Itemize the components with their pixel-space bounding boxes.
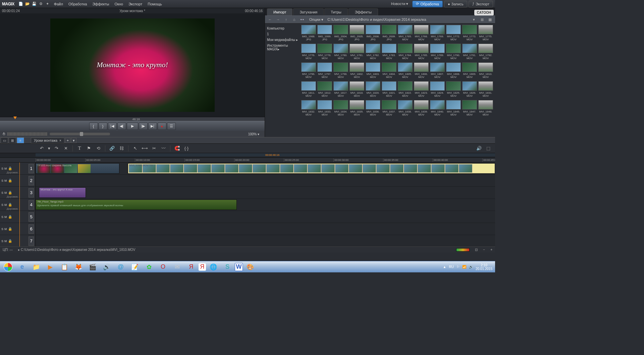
tab-effects[interactable]: Эффекты xyxy=(348,8,378,15)
tab-import[interactable]: Импорт xyxy=(267,8,292,15)
menu-window[interactable]: Окно xyxy=(112,2,126,6)
taskbar-yandex2-icon[interactable]: Я xyxy=(199,263,206,271)
preview-playhead-icon[interactable] xyxy=(13,117,17,119)
media-thumbnail[interactable]: MVI_1811. MOV xyxy=(301,81,316,97)
lock-icon[interactable]: 🔒 xyxy=(8,167,12,170)
media-thumbnail[interactable]: MVI_1802. MOV xyxy=(350,62,364,79)
media-thumbnail[interactable]: MVI_1821. MOV xyxy=(382,81,396,97)
mode-export-button[interactable]: ⤴ Экспорт xyxy=(469,1,493,7)
track-7-header[interactable]: SM🔒 7 xyxy=(0,235,36,247)
undo-dropdown-icon[interactable]: ▾ xyxy=(47,145,51,152)
media-thumbnail[interactable]: MVI_1823. MOV xyxy=(414,81,429,97)
track-mute-button[interactable]: M xyxy=(4,167,7,170)
track-mute-button[interactable]: M xyxy=(4,179,7,182)
media-thumbnail[interactable]: MVI_1833. MOV xyxy=(317,100,332,116)
nav-binoculars-icon[interactable]: 👓 xyxy=(299,16,305,23)
taskbar-mail-icon[interactable]: @ xyxy=(114,262,127,272)
tree-mymedia[interactable]: Мои медиафайлы ▸ xyxy=(266,37,299,43)
media-thumbnail[interactable]: MVI_1834. MOV xyxy=(333,100,348,116)
prev-frame-button[interactable]: ◀| xyxy=(117,123,126,130)
media-thumbnail[interactable]: MVI_1783. MOV xyxy=(382,44,396,60)
range-end-button[interactable]: } xyxy=(99,123,107,130)
tab-transitions[interactable]: Затухания xyxy=(293,8,324,15)
media-thumbnail[interactable]: MVI_1789. MOV xyxy=(430,44,445,60)
media-thumbnail[interactable]: MVI_1824. MOV xyxy=(430,81,445,97)
media-thumbnail[interactable]: MVI_1780. MOV xyxy=(333,44,348,60)
media-thumbnail[interactable]: MVI_1772. MOV xyxy=(446,25,461,41)
tree-user[interactable]: 1 xyxy=(266,31,299,37)
tab-dropdown-button[interactable]: ▾ xyxy=(71,138,76,143)
track-5-header[interactable]: SM🔒 5 xyxy=(0,211,36,223)
view-storyboard-button[interactable]: ▭ xyxy=(1,137,8,143)
track-mute-button[interactable]: M xyxy=(4,215,7,219)
media-thumbnail[interactable]: MVI_1773. MOV xyxy=(462,25,477,41)
unlink-button[interactable]: ⛓ xyxy=(117,145,125,152)
media-thumbnail[interactable]: MVI_1790. MOV xyxy=(446,44,461,60)
add-tab-button[interactable]: + xyxy=(65,138,70,143)
mode-record-button[interactable]: ● Запись xyxy=(444,1,467,7)
catooh-button[interactable]: CATOOH xyxy=(474,10,494,15)
mixer-button[interactable]: ⬚ xyxy=(484,145,492,152)
tray-volume-icon[interactable]: 🔊 xyxy=(469,265,473,269)
track-1-header[interactable]: S M 🔒 Дорожка: 1 xyxy=(0,163,36,174)
media-thumbnail[interactable]: MVI_1792. MOV xyxy=(478,44,493,60)
track-solo-button[interactable]: S xyxy=(1,215,3,219)
media-thumbnail[interactable]: MVI_1820. MOV xyxy=(366,81,380,97)
options-dropdown[interactable]: Опции ▾ xyxy=(307,17,325,22)
track-solo-button[interactable]: S xyxy=(1,203,3,207)
lock-icon[interactable]: 🔒 xyxy=(8,215,12,219)
media-thumbnail[interactable]: IMG_2004. JPG xyxy=(333,25,348,41)
preview-viewport[interactable]: Монтаж - это круто! xyxy=(0,13,265,117)
view-timeline-button[interactable]: ≡ xyxy=(17,137,24,143)
undo-button[interactable]: ↶ xyxy=(38,145,46,152)
view-scene-button[interactable]: ⊞ xyxy=(9,137,16,143)
taskbar-wmp-icon[interactable]: ▶ xyxy=(44,262,57,272)
media-thumbnail[interactable]: MVI_1768. MOV xyxy=(414,25,429,41)
taskbar-notes-icon[interactable]: 📝 xyxy=(128,262,142,272)
media-thumbnail[interactable]: MVI_1765. MOV xyxy=(398,25,413,41)
media-thumbnail[interactable]: MVI_1836. MOV xyxy=(366,100,380,116)
taskbar-opera-icon[interactable]: O xyxy=(156,262,170,272)
goto-end-button[interactable]: ▶| xyxy=(148,123,157,130)
media-thumbnail[interactable]: IMG_2005. JPG xyxy=(350,25,364,41)
media-thumbnail[interactable]: MVI_1832. MOV xyxy=(301,100,316,116)
clip-audio[interactable]: 7th_Floor_Tango.mp3 Щелкните правой клав… xyxy=(36,199,237,210)
menu-edit[interactable]: Обработка xyxy=(66,2,90,6)
document-tab[interactable]: Уроки монтажа × xyxy=(31,138,64,143)
taskbar-firefox-icon[interactable]: 🦊 xyxy=(72,262,85,272)
media-thumbnail[interactable]: MVI_1825. MOV xyxy=(446,81,461,97)
media-thumbnail[interactable]: MVI_1810. MOV xyxy=(478,62,493,79)
media-thumbnail[interactable]: MVI_1840. MOV xyxy=(430,100,445,116)
track-2-header[interactable]: S M 🔒 2 xyxy=(0,175,36,186)
track-mute-button[interactable]: M xyxy=(4,239,7,243)
preview-ruler[interactable]: 46:16 xyxy=(0,117,265,121)
title-tool-button[interactable]: T xyxy=(75,145,84,152)
stretch-tool-button[interactable]: ⟷ xyxy=(141,145,149,152)
play-button[interactable]: ▶ xyxy=(127,123,138,130)
curve-tool-button[interactable]: 〰 xyxy=(159,145,167,152)
media-thumbnail[interactable]: MVI_1803. MOV xyxy=(366,62,380,79)
save-icon[interactable]: 💾 xyxy=(31,1,37,7)
view-grid-icon[interactable]: ▦ xyxy=(487,16,493,23)
clip-video-2[interactable]: MVI_1769.MOV TS xyxy=(128,163,495,174)
media-thumbnail[interactable]: MVI_1847. MOV xyxy=(462,100,477,116)
media-thumbnail[interactable]: MVI_1848. MOV xyxy=(478,100,493,116)
media-thumbnail[interactable]: MVI_1817. MOV xyxy=(333,81,348,97)
taskbar-mpc-icon[interactable]: 🎬 xyxy=(86,262,99,272)
media-thumbnail[interactable]: MVI_1837. MOV xyxy=(382,100,396,116)
media-thumbnail[interactable]: MVI_1835. MOV xyxy=(350,100,364,116)
media-thumbnail[interactable]: MVI_1808. MOV xyxy=(446,62,461,79)
zoom-value[interactable]: 100% ▾ xyxy=(248,132,259,136)
marker-button[interactable]: ⚑ xyxy=(85,145,93,152)
magnet-button[interactable]: 🧲 xyxy=(173,145,181,152)
tray-lang[interactable]: RU xyxy=(449,265,453,269)
clip-video-1[interactable]: TF103.mov Ширина Высота xyxy=(36,163,119,174)
cut-tool-button[interactable]: ✂ xyxy=(150,145,158,152)
track-4-header[interactable]: S M 🔒 Дорожка: 4 xyxy=(0,199,36,211)
menu-help[interactable]: Помощь xyxy=(145,2,165,6)
taskbar-skype-icon[interactable]: S xyxy=(221,262,234,272)
open-icon[interactable]: 📂 xyxy=(24,1,31,7)
delete-button[interactable]: ✕ xyxy=(62,145,70,152)
mode-edit-button[interactable]: ⟳ Обработка xyxy=(412,1,442,7)
tray-network-icon[interactable]: 📶 xyxy=(462,265,466,269)
